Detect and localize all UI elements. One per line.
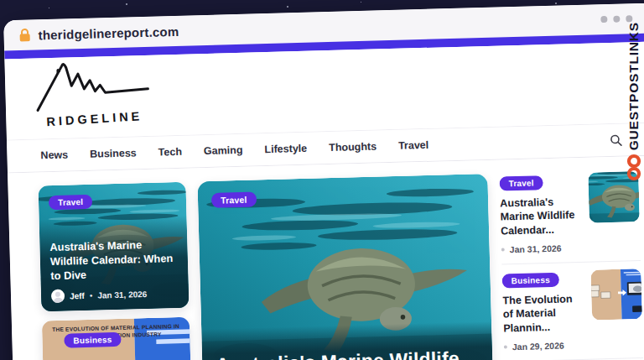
card-overlay: Australia's Marine Wildlife Calendar: Wh… (39, 216, 190, 311)
category-badge[interactable]: Travel (49, 195, 93, 210)
sidebar-article-material-planning[interactable]: Business The Evolution of Material Plann… (501, 261, 643, 360)
lock-icon (18, 29, 30, 42)
chain-link-icon (625, 154, 643, 182)
sidebar-article-date: Jan 31, 2026 (510, 243, 562, 255)
category-badge[interactable]: Travel (211, 191, 257, 207)
nav-item-travel[interactable]: Travel (398, 139, 429, 152)
sidebar-article-marine-calendar[interactable]: Travel Australia's Marine Wildlife Calen… (499, 170, 641, 265)
search-button[interactable] (610, 133, 622, 146)
sidebar-article-meta: Jan 31, 2026 (501, 243, 582, 255)
sidebar-article-text: Business The Evolution of Material Plann… (501, 270, 584, 352)
sidebar-article-title[interactable]: The Evolution of Material Plannin... (502, 292, 584, 336)
article-card-material-planning[interactable]: The Evolution of Material Planning in th… (42, 317, 195, 360)
sidebar-article-title[interactable]: Australia's Marine Wildlife Calendar... (500, 195, 581, 238)
browser-window: theridgelinereport.com RIDGELINE News Bu… (3, 3, 644, 360)
left-column: Travel Australia's Marine Wildlife Calen… (38, 182, 195, 360)
nav-item-thoughts[interactable]: Thoughts (329, 141, 377, 154)
star-dot (49, 8, 49, 8)
page-content: Travel Australia's Marine Wildlife Calen… (8, 155, 644, 360)
site-logo[interactable]: RIDGELINE (31, 58, 167, 135)
category-badge[interactable]: Travel (499, 175, 543, 190)
sidebar-article-list: Travel Australia's Marine Wildlife Calen… (499, 170, 644, 360)
article-card-marine-calendar[interactable]: Travel Australia's Marine Wildlife Calen… (38, 182, 189, 312)
category-badge[interactable]: Business (502, 273, 560, 289)
search-icon (610, 133, 622, 146)
star-dot (287, 6, 288, 8)
article-title[interactable]: Australia's Marine Wildlife Calendar: Wh… (49, 237, 178, 284)
infographic-image (590, 269, 642, 321)
article-meta: Jeff • Jan 31, 2026 (51, 286, 179, 303)
star-dot (361, 2, 361, 3)
author-avatar (51, 290, 65, 303)
site-header: RIDGELINE (4, 41, 644, 139)
nav-item-gaming[interactable]: Gaming (204, 144, 243, 157)
date-dot (504, 346, 507, 349)
sidebar-article-text: Travel Australia's Marine Wildlife Calen… (499, 173, 582, 255)
window-control-dot[interactable] (613, 16, 620, 23)
sidebar-article-date: Jan 29, 2026 (512, 341, 564, 352)
author-name[interactable]: Jeff (70, 291, 85, 300)
star-dot (126, 3, 127, 5)
meta-separator: • (90, 290, 93, 300)
hero-title[interactable]: Australia's Marine Wildlife (216, 347, 480, 360)
article-date: Jan 31, 2026 (97, 289, 147, 300)
mountain-ridgeline-icon (31, 58, 167, 112)
sidebar-article-thumbnail[interactable] (590, 269, 642, 321)
url-text[interactable]: theridgelinereport.com (38, 23, 179, 42)
guestpostlinks-watermark: GUESTPOSTLINKS (625, 22, 643, 182)
logo-text: RIDGELINE (46, 109, 143, 128)
watermark-text: GUESTPOSTLINKS (626, 22, 641, 150)
window-control-dot[interactable] (600, 16, 607, 23)
sidebar-article-meta: Jan 29, 2026 (504, 340, 584, 352)
nav-item-tech[interactable]: Tech (158, 146, 183, 159)
nav-item-news[interactable]: News (40, 149, 68, 161)
nav-item-lifestyle[interactable]: Lifestyle (264, 143, 307, 155)
hero-article-card[interactable]: Travel Australia's Marine Wildlife (197, 174, 493, 360)
nav-item-business[interactable]: Business (90, 147, 137, 159)
category-badge[interactable]: Business (64, 332, 122, 348)
star-dot (555, 3, 557, 4)
date-dot (501, 248, 505, 252)
